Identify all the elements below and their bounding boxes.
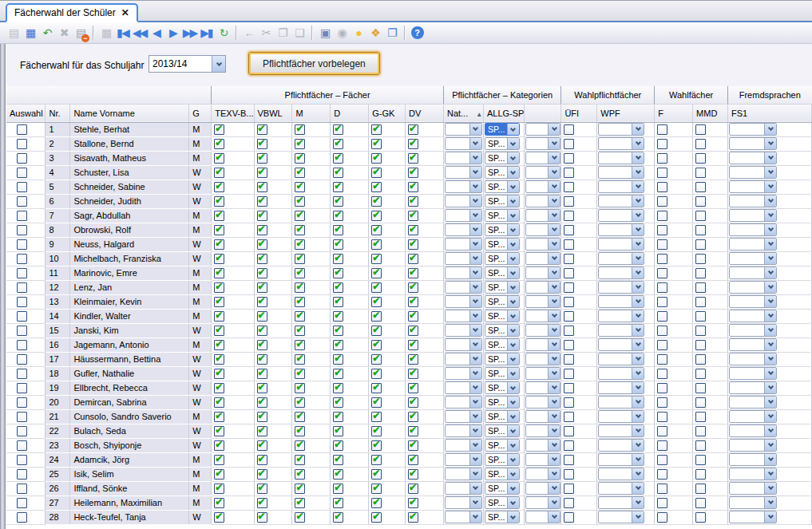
allgsp-dropdown[interactable]: SP... [485, 180, 520, 193]
d-checkbox[interactable]: ✔ [333, 426, 343, 436]
chevron-down-icon[interactable] [548, 267, 560, 278]
auswahl-checkbox[interactable] [17, 139, 27, 149]
refresh-icon[interactable]: ↻ [215, 25, 232, 41]
chevron-down-icon[interactable] [507, 440, 519, 451]
chevron-down-icon[interactable] [548, 468, 560, 480]
kat3-dropdown[interactable] [525, 468, 560, 480]
f-checkbox[interactable] [657, 326, 667, 336]
texv-checkbox[interactable]: ✔ [214, 182, 224, 192]
chevron-down-icon[interactable] [507, 253, 519, 264]
allgsp-dropdown[interactable]: SP... [485, 166, 520, 179]
chevron-down-icon[interactable] [764, 224, 776, 235]
chevron-down-icon[interactable] [548, 325, 560, 336]
texv-checkbox[interactable]: ✔ [214, 484, 224, 494]
nat-dropdown[interactable] [445, 223, 482, 236]
vbwl-checkbox[interactable]: ✔ [257, 455, 267, 465]
uefi-checkbox[interactable] [564, 297, 574, 307]
m-checkbox[interactable]: ✔ [295, 512, 305, 523]
mmd-checkbox[interactable] [695, 239, 706, 250]
mmd-checkbox[interactable] [695, 397, 706, 408]
chevron-down-icon[interactable] [764, 167, 776, 178]
dv-checkbox[interactable]: ✔ [408, 340, 418, 350]
kat3-dropdown[interactable] [525, 238, 560, 251]
ggk-checkbox[interactable]: ✔ [371, 469, 382, 480]
d-checkbox[interactable]: ✔ [333, 139, 343, 149]
chevron-down-icon[interactable] [632, 353, 644, 365]
allgsp-dropdown[interactable]: SP... [485, 468, 520, 480]
dv-checkbox[interactable]: ✔ [408, 383, 418, 393]
m-checkbox[interactable]: ✔ [295, 326, 305, 336]
auswahl-checkbox[interactable] [17, 440, 27, 451]
chevron-down-icon[interactable] [764, 454, 776, 465]
texv-checkbox[interactable]: ✔ [214, 412, 224, 422]
wpf-dropdown[interactable] [598, 266, 644, 279]
chevron-down-icon[interactable] [469, 339, 481, 350]
auswahl-checkbox[interactable] [17, 383, 27, 393]
m-checkbox[interactable]: ✔ [295, 311, 305, 322]
texv-checkbox[interactable]: ✔ [214, 196, 224, 207]
uefi-checkbox[interactable] [564, 440, 574, 451]
m-checkbox[interactable]: ✔ [295, 340, 305, 350]
dv-checkbox[interactable]: ✔ [408, 297, 418, 307]
disc-icon[interactable]: ◉ [333, 25, 350, 41]
kat3-dropdown[interactable] [525, 511, 560, 523]
wpf-dropdown[interactable] [598, 123, 644, 136]
chevron-down-icon[interactable] [469, 267, 481, 278]
wpf-dropdown[interactable] [598, 338, 644, 351]
kat3-dropdown[interactable] [525, 439, 560, 452]
fs1-dropdown[interactable] [729, 482, 777, 495]
chevron-down-icon[interactable] [507, 152, 519, 164]
d-checkbox[interactable]: ✔ [333, 254, 343, 264]
chevron-down-icon[interactable] [548, 310, 560, 322]
chevron-down-icon[interactable] [469, 511, 481, 523]
d-checkbox[interactable]: ✔ [333, 369, 343, 379]
allgsp-dropdown[interactable]: SP... [485, 295, 520, 308]
wpf-dropdown[interactable] [598, 152, 644, 164]
dv-checkbox[interactable]: ✔ [408, 326, 418, 336]
kat3-dropdown[interactable] [525, 410, 560, 423]
wpf-dropdown[interactable] [598, 166, 644, 179]
mmd-checkbox[interactable] [695, 326, 706, 336]
column-header-dv[interactable]: DV [406, 104, 444, 122]
mmd-checkbox[interactable] [695, 311, 706, 322]
texv-checkbox[interactable]: ✔ [214, 340, 224, 350]
kat3-dropdown[interactable] [525, 180, 560, 193]
ggk-checkbox[interactable]: ✔ [371, 383, 382, 393]
m-checkbox[interactable]: ✔ [295, 426, 305, 436]
ggk-checkbox[interactable]: ✔ [371, 412, 382, 422]
save-icon[interactable]: ▦ [22, 25, 38, 41]
auswahl-checkbox[interactable] [17, 196, 27, 207]
chevron-down-icon[interactable] [469, 368, 481, 379]
m-checkbox[interactable]: ✔ [295, 211, 305, 221]
chevron-down-icon[interactable] [469, 411, 481, 422]
m-checkbox[interactable]: ✔ [295, 168, 305, 178]
d-checkbox[interactable]: ✔ [333, 182, 343, 192]
chevron-down-icon[interactable] [469, 325, 481, 336]
ggk-checkbox[interactable]: ✔ [371, 326, 382, 336]
dv-checkbox[interactable]: ✔ [408, 182, 418, 192]
uefi-checkbox[interactable] [564, 239, 574, 250]
vbwl-checkbox[interactable]: ✔ [257, 311, 267, 322]
wpf-dropdown[interactable] [598, 396, 644, 409]
chevron-down-icon[interactable] [764, 468, 776, 480]
chevron-down-icon[interactable] [548, 195, 560, 207]
f-checkbox[interactable] [657, 153, 667, 164]
column-header-nat[interactable]: Nat...▲ [443, 104, 483, 122]
chevron-down-icon[interactable] [632, 167, 644, 178]
ggk-checkbox[interactable]: ✔ [371, 168, 382, 178]
fs1-dropdown[interactable] [729, 367, 777, 380]
nat-dropdown[interactable] [445, 367, 482, 380]
f-checkbox[interactable] [657, 354, 667, 365]
uefi-checkbox[interactable] [564, 139, 574, 149]
kat3-dropdown[interactable] [525, 295, 560, 308]
mmd-checkbox[interactable] [695, 498, 706, 508]
mmd-checkbox[interactable] [695, 354, 706, 365]
d-checkbox[interactable]: ✔ [333, 211, 343, 221]
chevron-down-icon[interactable] [632, 339, 644, 350]
uefi-checkbox[interactable] [564, 268, 574, 278]
fast-forward-icon[interactable]: ▶▶ [181, 25, 198, 41]
uefi-checkbox[interactable] [564, 397, 574, 408]
nat-dropdown[interactable] [445, 137, 482, 150]
auswahl-checkbox[interactable] [17, 455, 27, 465]
chevron-down-icon[interactable] [469, 253, 481, 264]
